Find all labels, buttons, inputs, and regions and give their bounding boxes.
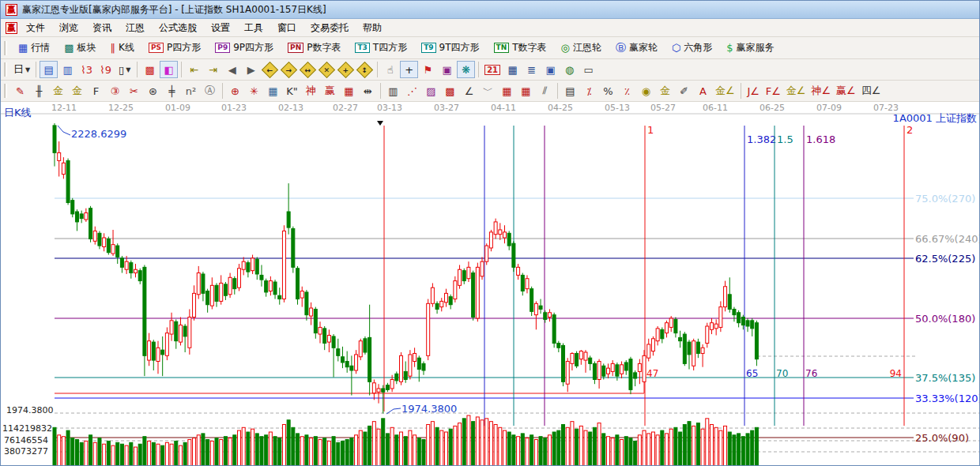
- red-grid2-icon[interactable]: ▦: [517, 82, 535, 100]
- knife-tool-icon[interactable]: ✎: [11, 82, 29, 100]
- shen-angle-icon[interactable]: 神∠: [808, 82, 833, 100]
- gold-ruler-icon[interactable]: 金: [49, 82, 67, 100]
- web-icon[interactable]: ◍: [560, 61, 579, 78]
- bars3-icon[interactable]: ⌇3: [77, 61, 96, 78]
- menu-9[interactable]: 帮助: [356, 20, 389, 36]
- calculator-icon[interactable]: ▦: [503, 61, 522, 78]
- winner-service-button[interactable]: $赢家服务: [720, 39, 780, 57]
- printer-icon[interactable]: ▭: [579, 61, 597, 78]
- gann-box-tool-icon[interactable]: ▣: [438, 61, 456, 78]
- first-page-icon[interactable]: ⇤: [185, 61, 203, 78]
- toolbar-grip[interactable]: [4, 41, 7, 55]
- menu-5[interactable]: 设置: [204, 20, 237, 36]
- zigzag-icon[interactable]: ﹀: [479, 82, 497, 100]
- f-angle-icon[interactable]: F∠: [763, 82, 783, 100]
- expand-h-icon[interactable]: ↔: [299, 61, 317, 78]
- gold-ruler2-icon[interactable]: 金: [68, 82, 86, 100]
- percent-level-icon[interactable]: ٪: [618, 82, 636, 100]
- ying-ruler-icon[interactable]: 赢: [321, 82, 339, 100]
- toolbar-grip[interactable]: [4, 62, 7, 77]
- menu-1[interactable]: 浏览: [52, 20, 85, 36]
- menu-7[interactable]: 窗口: [270, 20, 303, 36]
- bars9-icon[interactable]: ⌇9: [96, 61, 115, 78]
- gann-wheel-button[interactable]: ◎江恩轮: [555, 39, 608, 57]
- gold-level-icon[interactable]: 金: [656, 82, 674, 100]
- fan-lines-icon[interactable]: ⋰: [403, 82, 421, 100]
- quote-board-icon[interactable]: ▥: [58, 61, 77, 78]
- wheel-tool-icon[interactable]: ❋: [457, 61, 475, 78]
- f-ruler-icon[interactable]: F: [87, 82, 105, 100]
- shen-ruler-icon[interactable]: 神: [302, 82, 320, 100]
- gold-angle2-icon[interactable]: 金∠: [713, 82, 737, 100]
- p-number-table-button[interactable]: PNP数字表: [281, 39, 347, 57]
- notepad-icon[interactable]: ≣: [522, 61, 541, 78]
- kline-pane-label: 日K线: [4, 106, 32, 120]
- menu-6[interactable]: 工具: [237, 20, 270, 36]
- ying-angle-icon[interactable]: 赢∠: [834, 82, 858, 100]
- gann-bars-icon[interactable]: ▤: [561, 82, 579, 100]
- sectors-button[interactable]: ▩板块: [58, 39, 102, 57]
- candle-style-selector[interactable]: ▯▼: [115, 61, 134, 78]
- gold-angle-icon[interactable]: 金∠: [784, 82, 808, 100]
- percent-icon[interactable]: %: [599, 82, 617, 100]
- grid-target-icon[interactable]: ▦: [264, 82, 282, 100]
- width-tool-icon[interactable]: ⇹: [359, 82, 377, 100]
- flag-tool-icon[interactable]: ⚑: [419, 61, 437, 78]
- parallel-lines-icon[interactable]: ⫽: [536, 82, 554, 100]
- toolbar-grip[interactable]: [4, 84, 7, 98]
- menu-3[interactable]: 江恩: [119, 20, 152, 36]
- percent-line-icon[interactable]: ⁒: [580, 82, 598, 100]
- red-grid-icon[interactable]: ▦: [498, 82, 516, 100]
- grid123-icon[interactable]: ▦: [340, 82, 358, 100]
- menu-4[interactable]: 公式选股: [152, 20, 204, 36]
- winner-wheel-button[interactable]: Ⓑ赢家轮: [609, 39, 664, 57]
- star-tool-icon[interactable]: ✳: [245, 82, 263, 100]
- period-day-selector[interactable]: 日▼: [11, 61, 32, 78]
- purple-fan-icon[interactable]: ▨: [422, 82, 440, 100]
- kline-chart[interactable]: 1471.382651.5701.6187629475.0%(270)66.67…: [1, 102, 979, 465]
- shrink-left-icon[interactable]: ←: [261, 61, 279, 78]
- pattern-icon[interactable]: ▩: [141, 61, 159, 78]
- color-histogram-icon[interactable]: ◧: [160, 61, 178, 78]
- a-channel-icon[interactable]: A: [694, 82, 712, 100]
- next-page-icon[interactable]: ▶: [242, 61, 260, 78]
- prev-page-icon[interactable]: ◀: [223, 61, 241, 78]
- x-box-icon[interactable]: ▩: [441, 82, 459, 100]
- n2-tool-icon[interactable]: n²: [182, 82, 200, 100]
- p9-square-button[interactable]: P99P四方形: [209, 39, 280, 57]
- t-square-button[interactable]: T3T四方形: [349, 39, 413, 57]
- hand-tool-icon[interactable]: ☝: [381, 61, 399, 78]
- t9-square-button[interactable]: T99T四方形: [415, 39, 485, 57]
- kline-button[interactable]: ‖K线: [104, 39, 141, 57]
- save-icon[interactable]: ▣: [541, 61, 560, 78]
- gold-circle-icon[interactable]: ◉: [637, 82, 655, 100]
- shrink-right-icon[interactable]: →: [280, 61, 298, 78]
- menu-2[interactable]: 资讯: [85, 20, 119, 36]
- boxplot-tool-icon[interactable]: ▥: [384, 82, 402, 100]
- hexagon-button[interactable]: ⬡六角形: [665, 39, 718, 57]
- expand-all-icon[interactable]: +: [337, 61, 355, 78]
- quotes-button[interactable]: ▦行情: [12, 39, 56, 57]
- menu-0[interactable]: 文件: [19, 20, 52, 36]
- mirror-tool-icon[interactable]: Ⓐ: [201, 82, 219, 100]
- knife-ruler-icon[interactable]: ✂: [125, 82, 143, 100]
- last-page-icon[interactable]: ⇥: [204, 61, 222, 78]
- t-number-table-button[interactable]: TNT数字表: [488, 39, 553, 57]
- calendar-icon[interactable]: 21: [482, 61, 503, 78]
- scale-tool-icon[interactable]: ╪: [163, 82, 181, 100]
- time-circle-icon[interactable]: ⊛: [144, 82, 162, 100]
- angle-line-icon[interactable]: ∠: [460, 82, 478, 100]
- k2-tool-icon[interactable]: K": [283, 82, 301, 100]
- crosshair-tool-icon[interactable]: +: [400, 61, 418, 78]
- alarm-pencil-icon[interactable]: ✐: [675, 82, 693, 100]
- p-square-button[interactable]: PSP四方形: [142, 39, 207, 57]
- si-angle-icon[interactable]: 四∠: [859, 82, 884, 100]
- menu-8[interactable]: 交易委托: [303, 20, 356, 36]
- ruler-tool-icon[interactable]: ╫: [30, 82, 48, 100]
- expand-v-icon[interactable]: ↕: [356, 61, 374, 78]
- spiral3-icon[interactable]: ③: [106, 82, 124, 100]
- target-tool-icon[interactable]: ⊕: [226, 82, 244, 100]
- window-layout-icon[interactable]: ▤: [40, 61, 58, 78]
- j-angle-icon[interactable]: J∠: [744, 82, 763, 100]
- restore-zoom-icon[interactable]: ✕: [318, 61, 336, 78]
